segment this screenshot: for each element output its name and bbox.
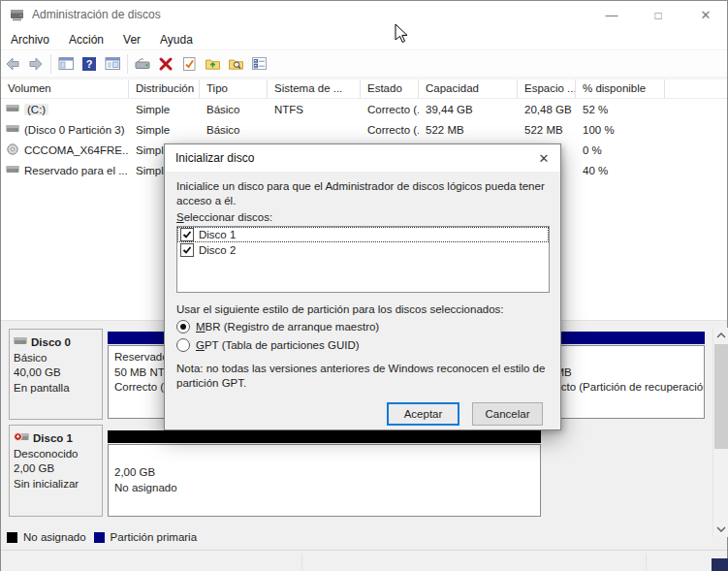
disk0-panel[interactable]: Disco 0 Básico 40,00 GB En pantalla bbox=[9, 329, 103, 420]
scroll-up-button[interactable] bbox=[713, 328, 728, 343]
radio-gpt[interactable]: GPT (Tabla de particiones GUID) bbox=[176, 338, 360, 352]
legend-label: Partición primaria bbox=[111, 531, 197, 543]
table-row-disco0-part3[interactable]: (Disco 0 Partición 3) Simple Básico Corr… bbox=[1, 119, 727, 140]
legend-swatch-primary bbox=[94, 532, 105, 543]
statusbar-separator bbox=[301, 554, 302, 570]
view-options-icon[interactable] bbox=[247, 53, 270, 75]
dialog-close-icon[interactable]: ✕ bbox=[527, 144, 560, 172]
vertical-scrollbar[interactable] bbox=[712, 328, 728, 537]
disk-list-item-label: Disco 2 bbox=[199, 244, 236, 256]
column-header-capacidad[interactable]: Capacidad bbox=[419, 79, 518, 98]
drive-error-icon bbox=[14, 431, 29, 447]
disk0-name: Disco 0 bbox=[31, 335, 71, 351]
column-header-blank bbox=[665, 79, 727, 98]
help-icon[interactable]: ? bbox=[78, 53, 101, 75]
cell-disponible: 52 % bbox=[576, 104, 665, 115]
legend-item-primary: Partición primaria bbox=[94, 531, 197, 543]
unallocated-status: No asignado bbox=[114, 481, 540, 496]
toolbar-separator bbox=[50, 54, 51, 74]
accept-button[interactable]: Aceptar bbox=[387, 402, 459, 426]
show-window-icon[interactable] bbox=[101, 53, 124, 75]
status-bar bbox=[1, 550, 727, 571]
scroll-down-button[interactable] bbox=[713, 522, 728, 537]
window-titlebar: Administración de discos — □ ✕ bbox=[1, 1, 727, 29]
svg-text:?: ? bbox=[86, 58, 93, 70]
disk1-name: Disco 1 bbox=[33, 431, 73, 447]
column-header-tipo[interactable]: Tipo bbox=[200, 79, 268, 98]
disk1-unallocated-bar[interactable] bbox=[108, 430, 541, 443]
cell-capacidad: 522 MB bbox=[419, 124, 518, 136]
legend-swatch-unallocated bbox=[7, 532, 17, 543]
radio-button[interactable] bbox=[176, 320, 190, 333]
folder-up-icon[interactable] bbox=[201, 53, 224, 75]
initialize-disk-dialog: Inicializar disco ✕ Inicialice un disco … bbox=[164, 143, 561, 430]
console-tree-icon[interactable] bbox=[54, 53, 78, 75]
radio-mbr[interactable]: MBR (Registro de arranque maestro) bbox=[176, 320, 379, 333]
radio-gpt-label: GPT (Tabla de particiones GUID) bbox=[196, 339, 360, 351]
cell-disponible: 0 % bbox=[576, 144, 665, 156]
scrollbar-thumb[interactable] bbox=[714, 344, 728, 449]
radio-button[interactable] bbox=[176, 338, 190, 352]
unallocated-size: 2,00 GB bbox=[114, 465, 540, 481]
disk1-size: 2,00 GB bbox=[14, 461, 102, 477]
cell-espacio: 522 MB bbox=[518, 124, 576, 136]
minimize-button[interactable]: — bbox=[589, 1, 634, 29]
drive-icon bbox=[14, 335, 27, 351]
cell-espacio: 20,48 GB bbox=[518, 104, 576, 115]
disk-list-item-disco2[interactable]: Disco 2 bbox=[177, 242, 549, 258]
cell-tipo: Básico bbox=[200, 124, 268, 136]
cd-icon bbox=[6, 143, 19, 157]
column-header-estado[interactable]: Estado bbox=[361, 79, 419, 98]
volume-name: (Disco 0 Partición 3) bbox=[24, 124, 125, 136]
check-document-icon[interactable] bbox=[177, 53, 201, 75]
cell-sistema: NTFS bbox=[268, 104, 361, 115]
column-header-sistema[interactable]: Sistema de ... bbox=[268, 79, 361, 98]
maximize-button[interactable]: □ bbox=[636, 1, 681, 29]
window-title: Administración de discos bbox=[32, 8, 161, 21]
table-row-c[interactable]: (C:) Simple Básico NTFS Correcto (... 39… bbox=[1, 99, 727, 119]
dialog-note-text: Nota: no todas las versiones anteriores … bbox=[176, 362, 551, 391]
cell-capacidad: 39,44 GB bbox=[419, 104, 518, 115]
column-header-volumen[interactable]: Volumen bbox=[1, 79, 129, 98]
menu-item-ver[interactable]: Ver bbox=[113, 31, 150, 48]
column-header-espacio[interactable]: Espacio ... bbox=[518, 79, 576, 98]
statusbar-separator bbox=[646, 554, 647, 570]
menu-item-archivo[interactable]: Archivo bbox=[1, 31, 59, 48]
disk1-unallocated-box[interactable]: 2,00 GB No asignado bbox=[108, 444, 541, 517]
cell-tipo: Básico bbox=[200, 104, 268, 115]
select-disks-label: Seleccionar discos: bbox=[176, 211, 272, 223]
cell-estado: Correcto (... bbox=[361, 124, 419, 136]
legend: No asignado Partición primaria bbox=[7, 531, 197, 543]
folder-search-icon[interactable] bbox=[224, 53, 247, 75]
close-button[interactable]: ✕ bbox=[683, 1, 728, 29]
forward-icon[interactable] bbox=[24, 53, 47, 75]
disk-action-icon[interactable] bbox=[131, 53, 154, 75]
taskbar-corner bbox=[712, 558, 728, 571]
checkbox-disco2[interactable] bbox=[180, 243, 194, 257]
disk-list[interactable]: Disco 1 Disco 2 bbox=[176, 226, 550, 293]
volume-name: Reservado para el ... bbox=[24, 165, 128, 176]
menu-item-ayuda[interactable]: Ayuda bbox=[150, 31, 203, 48]
column-header-distribucion[interactable]: Distribución bbox=[129, 79, 200, 98]
checkbox-disco1[interactable] bbox=[180, 228, 194, 241]
delete-icon[interactable] bbox=[154, 53, 177, 75]
disk1-status: Sin inicializar bbox=[14, 477, 102, 492]
cell-distribucion: Simple bbox=[129, 124, 200, 136]
column-header-disponible[interactable]: % disponible bbox=[576, 79, 665, 98]
disk0-size: 40,00 GB bbox=[14, 365, 102, 381]
disk1-type: Desconocido bbox=[14, 447, 102, 462]
toolbar: ? bbox=[1, 50, 727, 78]
drive-icon bbox=[6, 123, 19, 136]
menubar: Archivo Acción Ver Ayuda bbox=[1, 29, 727, 50]
cell-estado: Correcto (... bbox=[361, 104, 419, 115]
app-disk-icon bbox=[10, 9, 25, 23]
cancel-button[interactable]: Cancelar bbox=[472, 402, 543, 426]
toolbar-separator bbox=[127, 54, 128, 74]
menu-item-accion[interactable]: Acción bbox=[59, 31, 113, 48]
back-icon[interactable] bbox=[1, 53, 24, 75]
drive-icon bbox=[6, 103, 19, 115]
disk0-type: Básico bbox=[14, 351, 102, 366]
disk1-panel[interactable]: Disco 1 Desconocido 2,00 GB Sin iniciali… bbox=[9, 425, 103, 517]
dialog-titlebar: Inicializar disco ✕ bbox=[165, 144, 560, 172]
disk-list-item-disco1[interactable]: Disco 1 bbox=[177, 227, 549, 242]
